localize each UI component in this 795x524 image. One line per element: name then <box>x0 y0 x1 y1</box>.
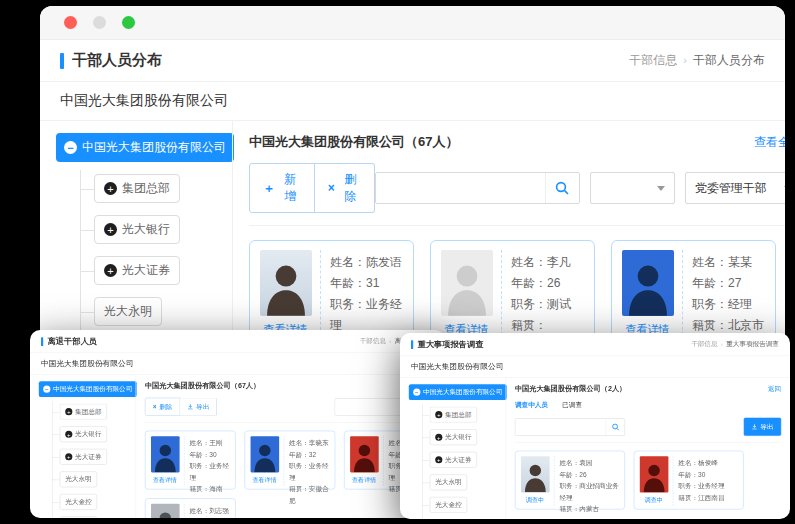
page-header: 离退干部人员 干部信息›离退干部人员 <box>30 330 445 353</box>
toolbar: ＋新增 ×删除 党委管理干部 <box>249 163 785 226</box>
export-button[interactable]: 导出 <box>744 418 781 436</box>
person-card: 调查中 姓名：杨俊峰 年龄：30 职务：业务经理 籍贯：江西南昌 <box>634 451 744 510</box>
page-title: 重大事项报告调查 <box>418 339 484 349</box>
tree-node[interactable]: 光大金控 <box>60 494 97 510</box>
minus-expander-icon[interactable]: − <box>43 386 50 393</box>
tree-root-node[interactable]: − 中国光大集团股份有限公司 <box>56 133 234 162</box>
plus-expander-icon[interactable]: + <box>65 431 72 438</box>
panel-title: 中国光大集团股份有限公司（67人） <box>145 381 260 391</box>
field-name: 姓名：杨俊峰 <box>678 457 739 469</box>
view-detail-link[interactable]: 查看详情 <box>352 476 376 484</box>
plus-expander-icon[interactable]: + <box>104 223 117 236</box>
plus-expander-icon[interactable]: + <box>104 264 117 277</box>
tree-node[interactable]: +光大银行 <box>94 215 180 244</box>
tree-node[interactable]: +光大银行 <box>60 426 107 442</box>
field-age: 年龄：32 <box>289 449 330 461</box>
tree-root-label: 中国光大集团股份有限公司 <box>423 387 502 396</box>
tree-node[interactable]: +光大证券 <box>430 452 477 468</box>
field-age: 年龄：31 <box>330 273 405 294</box>
minus-expander-icon[interactable]: − <box>413 389 420 396</box>
field-age: 年龄：26 <box>511 273 586 294</box>
tree-root-node[interactable]: − 中国光大集团股份有限公司 <box>409 384 507 400</box>
main-window-titlebar <box>40 6 785 40</box>
person-card: 查看详情 姓名：某某 年龄：27 职务：经理 籍贯：北京市 <box>611 240 776 347</box>
delete-button[interactable]: ×删除 <box>145 398 180 416</box>
toolbar: ×删除 导出 <box>145 398 437 423</box>
panel-title: 中国光大集团股份有限公司（67人） <box>249 133 458 151</box>
investigating-link[interactable]: 调查中 <box>645 496 663 504</box>
person-card: 查看详情 姓名：李凡 年龄：26 职务：测试 籍贯： <box>430 240 595 347</box>
tree-node-label: 光大永明 <box>104 303 152 320</box>
view-all-link[interactable]: 查看全部 <box>754 134 785 151</box>
search-icon[interactable] <box>606 419 625 436</box>
org-tree: − 中国光大集团股份有限公司 +集团总部 +光大银行 +光大证券 光大永明 <box>400 378 506 519</box>
tree-node-label: 集团总部 <box>445 410 471 419</box>
company-bar: 中国光大集团股份有限公司 <box>400 356 790 377</box>
investigating-link[interactable]: 调查中 <box>526 496 544 504</box>
tree-node[interactable]: 光大金控 <box>430 497 467 513</box>
field-age: 年龄：26 <box>560 469 621 481</box>
plus-expander-icon[interactable]: + <box>65 408 72 415</box>
person-photo <box>640 456 669 492</box>
org-tree: − 中国光大集团股份有限公司 +集团总部 +光大银行 +光大证券 光大永明 <box>30 375 136 518</box>
plus-expander-icon[interactable]: + <box>435 456 442 463</box>
plus-expander-icon[interactable]: + <box>104 182 117 195</box>
view-detail-link[interactable]: 查看详情 <box>252 476 276 484</box>
field-name: 姓名：袁园 <box>560 457 621 469</box>
tab[interactable]: 调查中人员 <box>515 401 548 414</box>
tree-node[interactable]: +集团总部 <box>94 174 180 203</box>
category-select[interactable]: 党委管理干部 <box>685 172 785 204</box>
minus-expander-icon[interactable]: − <box>64 141 77 154</box>
view-detail-link[interactable]: 查看详情 <box>153 476 177 484</box>
tree-node[interactable]: 光大永明 <box>60 471 97 487</box>
minimize-window-button[interactable] <box>93 16 106 29</box>
back-link[interactable]: 返回 <box>768 384 781 393</box>
close-window-button[interactable] <box>64 16 77 29</box>
tree-node[interactable]: 光大信托 <box>60 516 97 518</box>
tree-node-label: 光大证券 <box>122 262 170 279</box>
tree-node[interactable]: +集团总部 <box>430 407 477 423</box>
tree-node[interactable]: 光大永明 <box>430 474 467 490</box>
breadcrumb-current: 干部人员分布 <box>693 53 765 67</box>
person-photo <box>521 456 550 492</box>
breadcrumb-separator-icon: › <box>389 338 391 345</box>
tree-node[interactable]: +光大银行 <box>430 429 477 445</box>
search-input[interactable] <box>516 419 606 436</box>
tree-node-label: 光大证券 <box>445 455 471 464</box>
person-photo <box>260 250 312 316</box>
breadcrumb-section[interactable]: 干部信息 <box>360 337 386 345</box>
plus-expander-icon[interactable]: + <box>435 411 442 418</box>
zoom-window-button[interactable] <box>122 16 135 29</box>
delete-button[interactable]: ×删除 <box>315 163 375 213</box>
investigation-panel: 中国光大集团股份有限公司（2人） 返回 调查中人员 已调查 <box>506 378 790 519</box>
tree-root-label: 中国光大集团股份有限公司 <box>82 139 226 156</box>
export-button[interactable]: 导出 <box>180 398 217 416</box>
tree-root-node[interactable]: − 中国光大集团股份有限公司 <box>39 381 137 397</box>
tree-node[interactable]: +光大证券 <box>94 256 180 285</box>
add-button[interactable]: ＋新增 <box>249 163 315 213</box>
breadcrumb: 干部信息›干部人员分布 <box>629 52 765 69</box>
chevron-down-icon <box>784 186 785 191</box>
person-photo <box>622 250 674 316</box>
field-age: 年龄：27 <box>692 273 767 294</box>
tree-node[interactable]: +集团总部 <box>60 404 107 420</box>
company-bar: 中国光大集团股份有限公司 <box>30 353 445 374</box>
search-icon[interactable] <box>545 173 579 203</box>
breadcrumb-section[interactable]: 干部信息 <box>629 53 677 67</box>
plus-expander-icon[interactable]: + <box>65 453 72 460</box>
tree-node[interactable]: 光大永明 <box>94 297 162 326</box>
search-input[interactable] <box>376 173 545 203</box>
x-icon: × <box>153 403 157 411</box>
tree-node-label: 光大银行 <box>445 433 471 442</box>
tab[interactable]: 已调查 <box>562 401 582 414</box>
breadcrumb-section[interactable]: 干部信息 <box>691 340 717 348</box>
tree-node[interactable]: +光大证券 <box>60 449 107 465</box>
panel-title: 中国光大集团股份有限公司（2人） <box>515 384 626 394</box>
filter-select[interactable] <box>590 172 675 204</box>
field-name: 姓名：某某 <box>692 252 767 273</box>
plus-expander-icon[interactable]: + <box>435 434 442 441</box>
person-card: 调查中 姓名：袁园 年龄：26 职务：商业招商业务经理 籍贯：内蒙古 <box>515 451 625 510</box>
page-title: 干部人员分布 <box>72 51 162 70</box>
title-accent-bar <box>60 53 64 69</box>
tree-node-label: 光大金控 <box>65 497 91 506</box>
